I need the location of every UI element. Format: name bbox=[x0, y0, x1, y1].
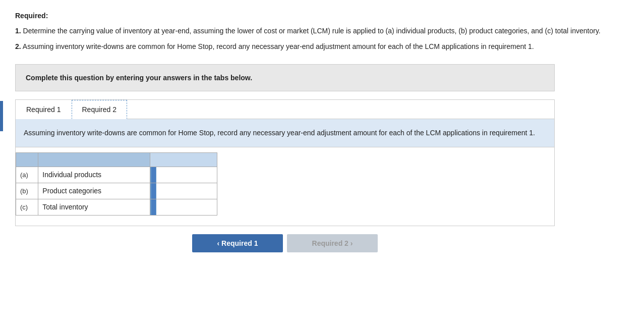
left-sidebar-bar bbox=[0, 101, 3, 131]
next-icon: › bbox=[348, 239, 353, 247]
header-col3 bbox=[150, 152, 217, 167]
tab1-label: Required 1 bbox=[26, 105, 61, 114]
tab2-label: Required 2 bbox=[82, 105, 117, 114]
row-c-label: Total inventory bbox=[38, 199, 150, 215]
next-button[interactable]: Required 2 › bbox=[287, 234, 378, 252]
item1-bold: 1. bbox=[15, 27, 21, 35]
row-c-value-cell bbox=[150, 199, 217, 215]
header-col2 bbox=[38, 152, 150, 167]
row-c-input[interactable] bbox=[156, 199, 217, 215]
table-header-row bbox=[16, 152, 217, 167]
prev-label: Required 1 bbox=[221, 239, 258, 247]
row-b-input[interactable] bbox=[156, 183, 217, 199]
adjustment-table: (a) Individual products (b) Product cate… bbox=[16, 152, 217, 216]
header-col1 bbox=[16, 152, 38, 167]
table-wrapper: (a) Individual products (b) Product cate… bbox=[16, 147, 554, 226]
instructions-block: Required: 1. Determine the carrying valu… bbox=[15, 10, 610, 52]
row-c-arrow bbox=[150, 199, 156, 215]
row-a-letter: (a) bbox=[16, 167, 38, 183]
row-b-arrow bbox=[150, 183, 156, 199]
row-a-arrow bbox=[150, 167, 156, 183]
tab-required-1[interactable]: Required 1 bbox=[16, 100, 72, 119]
complete-box: Complete this question by entering your … bbox=[15, 64, 555, 91]
item1-text: Determine the carrying value of inventor… bbox=[21, 27, 601, 35]
row-c-letter: (c) bbox=[16, 199, 38, 215]
navigation-buttons: ‹ Required 1 Required 2 › bbox=[15, 234, 555, 252]
table-row: (b) Product categories bbox=[16, 183, 217, 199]
row-b-letter: (b) bbox=[16, 183, 38, 199]
tab2-content-area: Assuming inventory write-downs are commo… bbox=[16, 119, 554, 147]
tabs-container: Required 1 Required 2 Assuming inventory… bbox=[15, 99, 555, 226]
table-row: (a) Individual products bbox=[16, 167, 217, 183]
prev-icon: ‹ bbox=[217, 239, 222, 247]
item2-bold: 2. bbox=[15, 42, 21, 50]
row-a-input[interactable] bbox=[156, 167, 217, 183]
required-heading: Required: bbox=[15, 12, 48, 20]
item2-text: Assuming inventory write-downs are commo… bbox=[21, 42, 534, 50]
tabs-header: Required 1 Required 2 bbox=[16, 100, 554, 119]
table-row: (c) Total inventory bbox=[16, 199, 217, 215]
row-a-value-cell bbox=[150, 167, 217, 183]
row-b-value-cell bbox=[150, 183, 217, 199]
prev-button[interactable]: ‹ Required 1 bbox=[192, 234, 283, 252]
row-a-label: Individual products bbox=[38, 167, 150, 183]
tab2-description: Assuming inventory write-downs are commo… bbox=[24, 129, 535, 137]
next-label: Required 2 bbox=[312, 239, 348, 247]
complete-box-text: Complete this question by entering your … bbox=[26, 74, 544, 82]
row-b-label: Product categories bbox=[38, 183, 150, 199]
tab-required-2[interactable]: Required 2 bbox=[72, 100, 128, 119]
